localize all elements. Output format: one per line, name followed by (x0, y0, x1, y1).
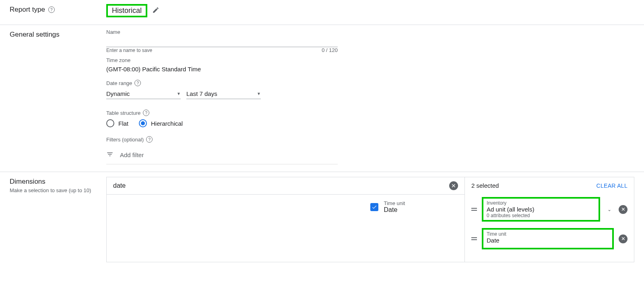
remove-icon[interactable]: ✕ (619, 205, 627, 214)
dimension-result-category: Time unit (384, 200, 458, 206)
remove-icon[interactable]: ✕ (619, 234, 627, 243)
daterange-preset-value: Last 7 days (186, 90, 217, 97)
expand-icon[interactable]: ⌄ (605, 207, 614, 212)
filter-icon (106, 151, 114, 159)
checkbox-checked-icon[interactable] (370, 203, 378, 211)
name-label: Name (106, 29, 634, 35)
selected-dimension-item: Time unit Date ✕ (465, 225, 634, 253)
selected-dimension-name: Ad unit (all levels) (487, 206, 595, 213)
radio-flat-label: Flat (118, 120, 128, 127)
radio-hierarchical-label: Hierarchical (151, 120, 183, 127)
clear-search-icon[interactable]: ✕ (449, 181, 458, 190)
report-type-value: Historical (106, 4, 147, 17)
filters-label: Filters (optional) (106, 137, 144, 143)
selected-dimension-category: Time unit (487, 231, 609, 237)
name-placeholder-hint: Enter a name to save (106, 48, 152, 53)
clear-all-button[interactable]: CLEAR ALL (597, 183, 627, 189)
help-icon[interactable]: ? (143, 110, 149, 116)
help-icon[interactable]: ? (134, 80, 141, 86)
selected-dimension-name: Date (487, 237, 609, 244)
dimension-result-row[interactable]: Time unit Date (107, 195, 464, 219)
radio-flat[interactable]: Flat (106, 119, 128, 127)
drag-handle-icon[interactable] (471, 237, 477, 240)
dimension-result-name: Date (384, 206, 458, 214)
dimensions-label: Dimensions (10, 178, 106, 186)
daterange-mode-select[interactable]: Dynamic ▼ (106, 89, 181, 99)
selected-count: 2 selected (471, 182, 499, 189)
caret-down-icon: ▼ (177, 91, 181, 96)
dimensions-selected: 2 selected CLEAR ALL Inventory Ad unit (… (465, 177, 634, 262)
daterange-preset-select[interactable]: Last 7 days ▼ (186, 89, 261, 99)
name-counter: 0 / 120 (322, 47, 338, 53)
dimensions-sublabel: Make a selection to save (up to 10) (10, 187, 106, 193)
drag-handle-icon[interactable] (471, 208, 477, 211)
timezone-label: Time zone (106, 57, 634, 63)
dimensions-section: Dimensions Make a selection to save (up … (0, 172, 644, 262)
daterange-label: Date range (106, 80, 132, 86)
general-settings-label: General settings (10, 31, 106, 39)
dimensions-search-input[interactable] (113, 182, 449, 189)
report-type-label: Report type (10, 6, 45, 14)
timezone-value: (GMT-08:00) Pacific Standard Time (106, 66, 634, 73)
add-filter-button[interactable]: Add filter (106, 147, 338, 164)
selected-dimension-item: Inventory Ad unit (all levels) 0 attribu… (465, 194, 634, 225)
selected-dimension-category: Inventory (487, 200, 595, 206)
table-structure-label: Table structure (106, 110, 140, 116)
caret-down-icon: ▼ (257, 91, 261, 96)
selected-dimension-body: Time unit Date (482, 228, 614, 249)
dimensions-panel: ✕ Time unit Date 2 selected CLEAR ALL (106, 177, 634, 262)
help-icon[interactable]: ? (48, 6, 55, 13)
add-filter-label: Add filter (120, 151, 144, 158)
daterange-mode-value: Dynamic (106, 90, 130, 97)
radio-hierarchical[interactable]: Hierarchical (139, 119, 183, 127)
dimensions-available: ✕ Time unit Date (107, 177, 465, 262)
selected-dimension-attr: 0 attributes selected (487, 213, 595, 218)
selected-dimension-body: Inventory Ad unit (all levels) 0 attribu… (482, 197, 600, 222)
radio-icon (106, 119, 114, 127)
help-icon[interactable]: ? (146, 136, 153, 143)
report-type-section: Report type ? Historical (0, 0, 644, 25)
edit-icon[interactable] (152, 6, 159, 15)
general-settings-section: General settings Name Enter a name to sa… (0, 25, 644, 172)
name-input[interactable] (106, 36, 338, 47)
radio-icon (139, 119, 147, 127)
